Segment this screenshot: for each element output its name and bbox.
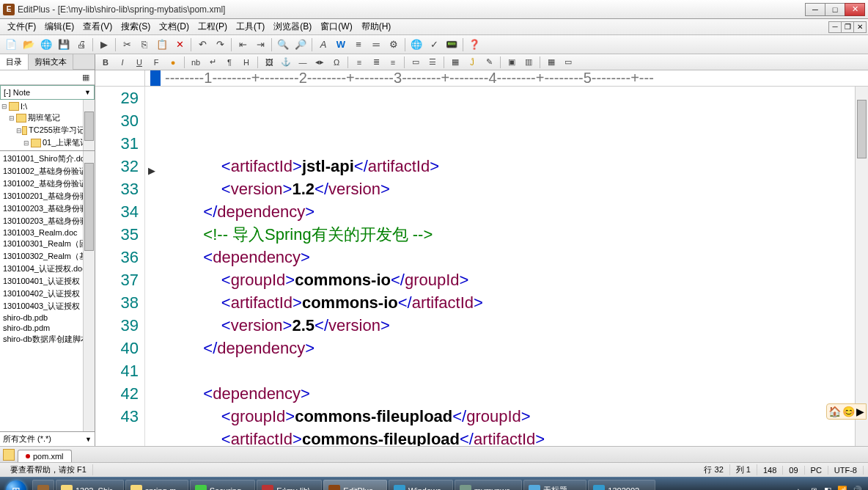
paste-button[interactable]: 📋 (154, 37, 170, 53)
settings-button[interactable]: ⚙ (386, 37, 402, 53)
code-line[interactable]: <dependency> (150, 382, 868, 405)
break-button[interactable]: ↵ (205, 56, 220, 69)
folder-tree[interactable]: ⊟I:\ ⊟期班笔记 ⊟TC255班学习记录 ⊟01_上课笔记 ⊟1301_Sh… (0, 100, 95, 151)
panel-tool-icon[interactable]: ▦ (78, 71, 93, 84)
editor-scrollbar[interactable] (855, 87, 868, 446)
mdi-close-button[interactable]: ✕ (853, 21, 867, 33)
code-line[interactable]: <artifactId>jstl-api</artifactId> (150, 155, 868, 178)
left-align-button[interactable]: ≡ (352, 56, 367, 69)
menu-browser[interactable]: 浏览器(B) (269, 19, 316, 34)
code-editor[interactable]: 293031323334353637383940414243 ▶ <artifa… (95, 87, 868, 446)
file-item[interactable]: 1301004_认证授权.doc (1, 263, 93, 275)
frame-button[interactable]: ▥ (521, 56, 536, 69)
calculator-button[interactable]: 📟 (444, 37, 460, 53)
right-align-button[interactable]: ≡ (386, 56, 400, 69)
file-item[interactable]: shiro-db.pdb (1, 312, 93, 323)
code-line[interactable]: <groupId>commons-io</groupId> (150, 268, 868, 291)
folder-icon[interactable] (3, 449, 15, 461)
color-button[interactable]: ● (166, 56, 180, 69)
menu-file[interactable]: 文件(F) (3, 19, 40, 34)
code-line[interactable]: <artifactId>commons-fileupload</artifact… (150, 428, 868, 446)
file-item[interactable]: 130100402_认证授权（粗 (1, 288, 93, 300)
menu-edit[interactable]: 编辑(E) (40, 19, 78, 34)
taskbar-item[interactable]: 1302_Shir... (56, 480, 124, 491)
file-item[interactable]: 130100203_基础身份验证 (1, 215, 93, 227)
italic-button[interactable]: I (115, 56, 130, 69)
directory-tab[interactable]: 目录 (0, 54, 29, 70)
file-item[interactable]: 130100403_认证授权（粗 (1, 300, 93, 312)
line-number-button[interactable]: ≡ (350, 37, 367, 53)
heading-button[interactable]: H (239, 56, 254, 69)
script-button[interactable]: Ĵ (465, 56, 479, 69)
font-face-button[interactable]: F (149, 56, 163, 69)
paragraph-button[interactable]: ¶ (222, 56, 237, 69)
find-next-button[interactable]: 🔎 (293, 37, 309, 53)
save-button[interactable]: 💾 (56, 37, 72, 53)
menu-search[interactable]: 搜索(S) (117, 19, 155, 34)
find-button[interactable]: 🔍 (275, 37, 291, 53)
emoji-overlay[interactable]: 🏠 😊 ▶ (826, 403, 867, 420)
file-item[interactable]: 1301003_Realm.doc (1, 227, 93, 238)
bold-button[interactable]: B (98, 56, 113, 69)
menu-document[interactable]: 文档(D) (155, 19, 194, 34)
tree-node[interactable]: 01_上课笔记 (43, 137, 88, 148)
menu-project[interactable]: 工程(P) (194, 19, 232, 34)
taskbar-item[interactable]: Windows... (389, 480, 453, 491)
file-item[interactable]: 130100302_Realm（基于 (1, 250, 93, 263)
undo-button[interactable]: ↶ (194, 37, 210, 53)
font-button[interactable]: A (315, 37, 331, 53)
form-button[interactable]: ▭ (408, 56, 423, 69)
div-button[interactable]: ▦ (544, 56, 559, 69)
file-list[interactable]: 1301001_Shiro简介.doc1301002_基础身份验证（130100… (0, 151, 95, 431)
code-line[interactable]: <artifactId>commons-io</artifactId> (150, 291, 868, 314)
file-item[interactable]: 130100201_基础身份验证 (1, 190, 93, 202)
file-filter[interactable]: 所有文件 (*.*) ▼ (0, 431, 95, 446)
taskbar-item[interactable]: spring-m... (125, 480, 188, 491)
tree-node[interactable]: I:\ (21, 102, 27, 111)
code-line[interactable]: </dependency> (150, 337, 868, 359)
file-item[interactable]: 130100301_Realm（固定 (1, 238, 93, 250)
tree-scrollbar[interactable] (83, 100, 95, 150)
cut-button[interactable]: ✂ (119, 37, 135, 53)
tray-up-icon[interactable]: ▲ (793, 486, 803, 491)
underline-button[interactable]: U (132, 56, 147, 69)
file-item[interactable]: shiro-db.pdm (1, 323, 93, 333)
minimize-button[interactable]: ─ (805, 3, 825, 16)
code-line[interactable]: </dependency> (150, 200, 868, 223)
spellcheck-button[interactable]: ✓ (426, 37, 442, 53)
tray-volume-icon[interactable]: 🔊 (852, 486, 862, 491)
print-button[interactable]: 🖨 (73, 37, 89, 53)
pinned-app[interactable] (32, 480, 54, 491)
file-item[interactable]: 1301002_基础身份验证. (1, 178, 93, 190)
mdi-minimize-button[interactable]: ─ (828, 21, 842, 33)
system-tray[interactable]: ▲ 🖥 ◧ 📶 🔊 (789, 486, 867, 491)
file-item[interactable]: 130100203_基础身份验证 (1, 202, 93, 215)
center-align-button[interactable]: ≣ (369, 56, 383, 69)
code-line[interactable]: <version>1.2</version> (150, 178, 868, 200)
drive-selector[interactable]: [-] Note ▼ (0, 85, 95, 100)
open-file-button[interactable]: 📂 (21, 37, 37, 53)
char-button[interactable]: Ω (329, 56, 344, 69)
launch-button[interactable]: ▶ (96, 37, 112, 53)
filelist-scrollbar[interactable] (83, 151, 95, 431)
object-button[interactable]: ▣ (504, 56, 519, 69)
smile-icon[interactable]: 😊 (842, 406, 855, 417)
new-file-button[interactable]: 📄 (3, 37, 19, 53)
code-line[interactable]: <version>2.5</version> (150, 314, 868, 337)
list-button[interactable]: ☰ (425, 56, 440, 69)
copy-button[interactable]: ⎘ (136, 37, 152, 53)
tray-monitor-icon[interactable]: 🖥 (808, 486, 818, 491)
help-button[interactable]: ❓ (466, 37, 482, 53)
taskbar-item[interactable]: 无标题 - ... (523, 480, 586, 491)
span-button[interactable]: ▭ (561, 56, 575, 69)
tray-network-icon[interactable]: 📶 (837, 486, 847, 491)
code-line[interactable] (150, 359, 868, 382)
taskbar-item[interactable]: Securing ... (190, 480, 256, 491)
redo-button[interactable]: ↷ (212, 37, 228, 53)
document-tab[interactable]: pom.xml (18, 450, 72, 462)
table-button[interactable]: ▦ (448, 56, 463, 69)
css-button[interactable]: ✎ (482, 56, 496, 69)
delete-button[interactable]: ✕ (172, 37, 188, 53)
taskbar-item[interactable]: 1302002_... (588, 480, 655, 491)
taskbar-item[interactable]: EditPlus ... (323, 480, 387, 491)
